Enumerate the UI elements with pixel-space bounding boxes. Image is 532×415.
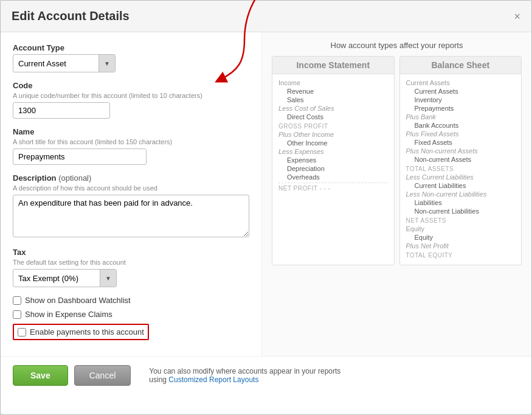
footer-note: You can also modify where accounts appea… <box>149 367 340 384</box>
code-label: Code <box>13 81 249 90</box>
modal-footer: Save Cancel You can also modify where ac… <box>1 356 531 394</box>
bs-plus-net-profit: Plus Net Profit <box>406 242 516 249</box>
balance-sheet-header: Balance Sheet <box>400 57 522 74</box>
bs-prepayments: Prepayments <box>406 105 516 112</box>
enable-payments-label: Enable payments to this account <box>30 327 144 337</box>
description-field: Description (optional) A description of … <box>13 173 249 239</box>
tax-select[interactable]: Tax Exempt (0%) 20% (VAT on Income) <box>13 271 100 286</box>
bs-net-assets: NET ASSETS <box>406 217 516 224</box>
tax-select-arrow-icon: ▼ <box>100 270 116 287</box>
expense-claims-checkbox[interactable] <box>13 310 21 319</box>
is-revenue: Revenue <box>278 88 388 95</box>
code-field: Code A unique code/number for this accou… <box>13 81 249 119</box>
customized-report-layouts-link[interactable]: Customized Report Layouts <box>168 375 258 384</box>
tax-field: Tax The default tax setting for this acc… <box>13 248 249 287</box>
footer-note-text: You can also modify where accounts appea… <box>149 367 340 375</box>
bs-noncurrent-assets: Non-current Assets <box>406 156 516 163</box>
bs-plus-fixed: Plus Fixed Assets <box>406 130 516 138</box>
enable-payments-row: Enable payments to this account <box>13 324 249 340</box>
is-depreciation: Depreciation <box>278 165 388 172</box>
bs-plus-bank: Plus Bank <box>406 113 516 120</box>
modal-dialog: Edit Account Details × Account Type Curr… <box>0 0 532 415</box>
account-type-select-wrapper[interactable]: Current Asset Fixed Asset Current Liabil… <box>13 54 116 72</box>
is-income: Income <box>278 79 388 86</box>
bs-less-current-liab: Less Current Liabilities <box>406 173 516 181</box>
bs-bank-accounts: Bank Accounts <box>406 122 516 129</box>
name-label: Name <box>13 127 249 136</box>
is-plus-other: Plus Other Income <box>278 131 388 138</box>
balance-sheet-box: Balance Sheet Current Assets Current Ass… <box>399 56 522 265</box>
cancel-button[interactable]: Cancel <box>74 365 131 386</box>
reports-container: Income Statement Income Revenue Sales Le… <box>272 56 522 265</box>
bs-total-equity: TOTAL EQUITY <box>406 252 516 259</box>
account-type-select[interactable]: Current Asset Fixed Asset Current Liabil… <box>13 56 98 71</box>
tax-label: Tax <box>13 248 249 257</box>
description-hint: A description of how this account should… <box>13 184 249 192</box>
account-type-field: Account Type Current Asset Fixed Asset C… <box>13 43 249 72</box>
right-panel-title: How account types affect your reports <box>272 41 522 50</box>
description-textarea[interactable]: An expenditure that has been paid for in… <box>13 195 249 237</box>
is-overheads: Overheads <box>278 173 388 181</box>
tax-select-wrapper[interactable]: Tax Exempt (0%) 20% (VAT on Income) ▼ <box>13 269 117 287</box>
bs-equity: Equity <box>406 234 516 241</box>
is-direct-costs: Direct Costs <box>278 113 388 120</box>
dashboard-watchlist-row: Show on Dashboard Watchlist <box>13 296 249 305</box>
is-sales: Sales <box>278 96 388 103</box>
bs-fixed-assets: Fixed Assets <box>406 139 516 146</box>
bs-inventory: Inventory <box>406 96 516 103</box>
bs-less-noncurrent-liab: Less Non-current Liabilities <box>406 190 516 198</box>
is-net-profit: NET PROFIT - - - <box>278 183 388 192</box>
dashboard-watchlist-checkbox[interactable] <box>13 296 21 305</box>
bs-noncurrent-liabilities: Non-current Liabilities <box>406 208 516 215</box>
enable-payments-checkbox[interactable] <box>18 328 26 337</box>
right-panel: How account types affect your reports In… <box>262 32 531 356</box>
is-other-income: Other Income <box>278 139 388 147</box>
tax-hint: The default tax setting for this account <box>13 259 249 266</box>
income-statement-body: Income Revenue Sales Less Cost of Sales … <box>272 74 394 198</box>
dashboard-watchlist-label: Show on Dashboard Watchlist <box>25 296 131 305</box>
select-arrow-icon: ▼ <box>98 55 115 72</box>
modal-title: Edit Account Details <box>12 9 130 23</box>
description-optional: (optional) <box>57 173 92 183</box>
bs-current-assets-label: Current Assets <box>406 79 516 86</box>
income-statement-box: Income Statement Income Revenue Sales Le… <box>272 56 395 265</box>
expense-claims-label: Show in Expense Claims <box>25 310 112 319</box>
is-expenses: Expenses <box>278 156 388 164</box>
name-hint: A short title for this account (limited … <box>13 138 249 145</box>
bs-total-assets: TOTAL ASSETS <box>406 166 516 172</box>
modal-body: Account Type Current Asset Fixed Asset C… <box>1 32 531 356</box>
left-panel: Account Type Current Asset Fixed Asset C… <box>1 32 262 356</box>
modal-header: Edit Account Details × <box>1 1 531 32</box>
is-less-cost: Less Cost of Sales <box>278 105 388 112</box>
is-less-expenses: Less Expenses <box>278 148 388 155</box>
is-gross-profit: GROSS PROFIT <box>278 123 388 130</box>
expense-claims-row: Show in Expense Claims <box>13 310 249 319</box>
bs-current-liabilities: Current Liabilities <box>406 182 516 189</box>
bs-equity-label: Equity <box>406 225 516 232</box>
bs-liabilities: Liabilities <box>406 199 516 206</box>
code-hint: A unique code/number for this account (l… <box>13 92 249 99</box>
description-label: Description (optional) <box>13 173 249 183</box>
close-button[interactable]: × <box>514 11 520 22</box>
name-field: Name A short title for this account (lim… <box>13 127 249 165</box>
income-statement-header: Income Statement <box>272 57 394 74</box>
enable-payments-highlighted: Enable payments to this account <box>13 324 149 340</box>
bs-plus-noncurrent: Plus Non-current Assets <box>406 147 516 155</box>
bs-current-assets: Current Assets <box>406 88 516 95</box>
name-input[interactable] <box>13 148 147 165</box>
balance-sheet-body: Current Assets Current Assets Inventory … <box>400 74 522 265</box>
account-type-label: Account Type <box>13 43 249 52</box>
code-input[interactable] <box>13 102 110 119</box>
save-button[interactable]: Save <box>13 365 68 386</box>
